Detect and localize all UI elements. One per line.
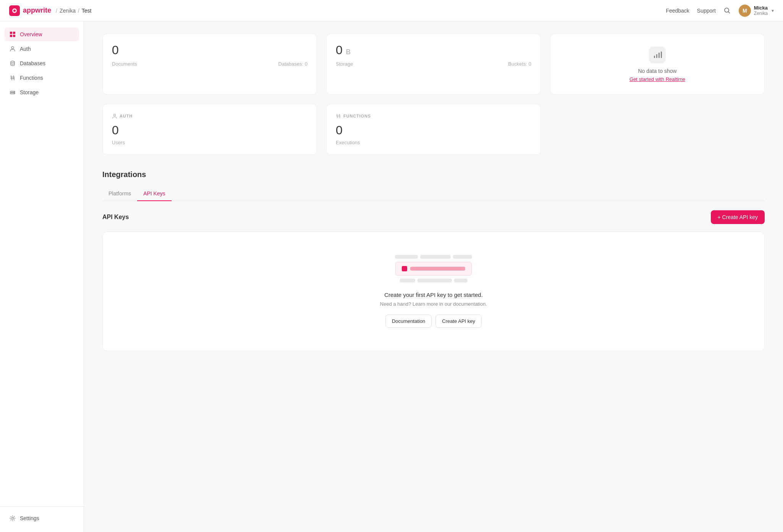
svg-rect-4 xyxy=(10,35,12,37)
functions-icon xyxy=(9,74,16,81)
sidebar-item-databases[interactable]: Databases xyxy=(5,56,79,70)
sidebar: Overview Auth xyxy=(0,21,84,532)
api-keys-title: API Keys xyxy=(102,214,129,221)
breadcrumb-sep-2: / xyxy=(78,8,79,14)
functions-section-label: FUNCTIONS xyxy=(336,113,531,119)
svg-point-17 xyxy=(114,114,116,116)
auth-section-label: AUTH xyxy=(112,113,307,119)
search-icon[interactable] xyxy=(723,7,731,15)
tab-api-keys[interactable]: API Keys xyxy=(137,187,171,201)
svg-point-7 xyxy=(11,61,15,63)
svg-point-10 xyxy=(14,92,15,92)
svg-rect-15 xyxy=(658,53,660,58)
user-org: Zenika xyxy=(754,11,768,16)
svg-rect-14 xyxy=(656,54,657,58)
sidebar-item-overview[interactable]: Overview xyxy=(5,27,79,41)
storage-label: Storage xyxy=(336,61,353,67)
breadcrumb-zenika: Zenika xyxy=(60,8,76,14)
logo-link[interactable]: appwrite xyxy=(9,5,51,16)
topbar: appwrite / Zenika / Test Feedback Suppor… xyxy=(0,0,783,21)
auth-card: AUTH 0 Users xyxy=(102,104,317,155)
api-keys-header: API Keys + Create API key xyxy=(102,210,765,224)
storage-card: 0 B Storage Buckets: 0 xyxy=(326,34,541,95)
sidebar-item-databases-label: Databases xyxy=(20,60,45,66)
empty-state-sub: Need a hand? Learn more in our documenta… xyxy=(380,301,487,307)
realtime-chart-icon xyxy=(649,47,666,63)
chevron-down-icon: ▾ xyxy=(772,8,774,13)
create-api-key-secondary-button[interactable]: Create API key xyxy=(435,314,482,328)
user-menu[interactable]: M Micka Zenika ▾ xyxy=(739,5,774,17)
storage-unit: B xyxy=(346,48,351,56)
databases-meta-key: Databases: xyxy=(278,61,303,67)
storage-meta: Buckets: 0 xyxy=(508,61,531,67)
sidebar-item-auth[interactable]: Auth xyxy=(5,42,79,56)
svg-point-12 xyxy=(12,517,14,519)
documents-meta: Databases: 0 xyxy=(278,61,307,67)
functions-label: Executions xyxy=(336,140,531,145)
api-keys-empty-card: Create your first API key to get started… xyxy=(102,232,765,351)
auth-value: 0 xyxy=(112,123,307,137)
documents-card: 0 Documents Databases: 0 xyxy=(102,34,317,95)
feedback-link[interactable]: Feedback xyxy=(666,8,689,14)
functions-value: 0 xyxy=(336,123,531,137)
auth-label: Users xyxy=(112,140,307,145)
realtime-no-data: No data to show xyxy=(638,68,676,74)
tabs: Platforms API Keys xyxy=(102,187,765,201)
svg-point-1 xyxy=(725,8,729,12)
overview-icon xyxy=(9,31,16,38)
skeleton-pink-bar xyxy=(410,267,465,271)
main-layout: Overview Auth xyxy=(0,21,783,532)
api-keys-section: API Keys + Create API key xyxy=(102,210,765,351)
main-content: 0 Documents Databases: 0 0 B xyxy=(84,21,783,532)
breadcrumb: / Zenika / Test xyxy=(56,8,92,14)
svg-rect-2 xyxy=(10,32,12,34)
sidebar-item-settings[interactable]: Settings xyxy=(5,511,79,525)
databases-icon xyxy=(9,60,16,67)
integrations-section: Integrations Platforms API Keys API Keys… xyxy=(102,170,765,351)
support-link[interactable]: Support xyxy=(697,8,716,14)
stats-grid: 0 Documents Databases: 0 0 B xyxy=(102,34,765,155)
create-api-key-button[interactable]: + Create API key xyxy=(711,210,765,224)
databases-meta-value: 0 xyxy=(305,61,307,67)
sidebar-nav: Overview Auth xyxy=(0,27,84,100)
sidebar-item-settings-label: Settings xyxy=(20,515,39,521)
topbar-right: Feedback Support M Micka Zenika ▾ xyxy=(666,5,774,17)
empty-state-title: Create your first API key to get started… xyxy=(384,292,483,298)
svg-point-11 xyxy=(14,93,15,94)
documents-label: Documents xyxy=(112,61,137,67)
settings-icon xyxy=(9,515,16,522)
user-names: Micka Zenika xyxy=(754,5,768,16)
tab-platforms[interactable]: Platforms xyxy=(102,187,137,201)
sidebar-item-storage[interactable]: Storage xyxy=(5,85,79,99)
svg-rect-5 xyxy=(13,35,15,37)
user-name: Micka xyxy=(754,5,768,11)
auth-icon xyxy=(9,45,16,52)
breadcrumb-sep-1: / xyxy=(56,8,57,14)
svg-point-6 xyxy=(11,47,14,49)
svg-rect-16 xyxy=(661,52,662,58)
empty-illustration xyxy=(392,255,476,282)
realtime-card: No data to show Get started with Realtim… xyxy=(550,34,765,95)
sidebar-item-storage-label: Storage xyxy=(20,89,39,95)
sidebar-item-functions[interactable]: Functions xyxy=(5,71,79,85)
integrations-title: Integrations xyxy=(102,170,765,179)
functions-card: FUNCTIONS 0 Executions xyxy=(326,104,541,155)
documentation-button[interactable]: Documentation xyxy=(385,314,432,328)
svg-rect-13 xyxy=(654,56,655,58)
avatar: M xyxy=(739,5,751,17)
logo-text: appwrite xyxy=(23,6,51,15)
storage-value: 0 B xyxy=(336,43,531,57)
sidebar-bottom: Settings xyxy=(0,506,84,526)
sidebar-item-functions-label: Functions xyxy=(20,75,43,81)
appwrite-logo-icon xyxy=(9,5,20,16)
sidebar-item-auth-label: Auth xyxy=(20,46,31,52)
empty-actions: Documentation Create API key xyxy=(385,314,482,328)
breadcrumb-test: Test xyxy=(82,8,92,14)
documents-value: 0 xyxy=(112,43,307,57)
svg-rect-3 xyxy=(13,32,15,34)
realtime-link[interactable]: Get started with Realtime xyxy=(629,76,685,82)
skeleton-dot xyxy=(402,266,407,271)
skeleton-highlight-row xyxy=(395,262,472,276)
sidebar-item-overview-label: Overview xyxy=(20,31,42,37)
storage-icon xyxy=(9,89,16,96)
